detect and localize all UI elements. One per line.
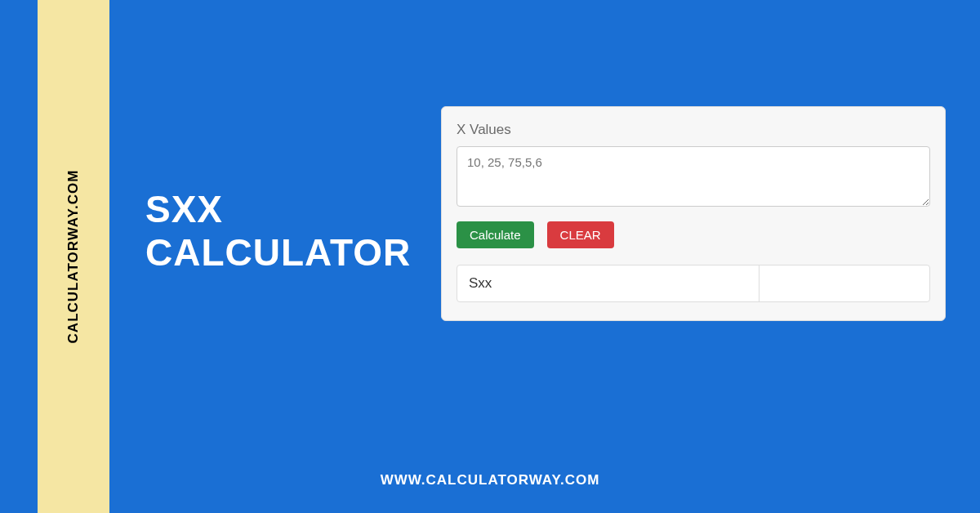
brand-vertical-text: CALCULATORWAY.COM	[65, 170, 82, 344]
x-values-label: X Values	[457, 122, 930, 138]
x-values-input[interactable]	[457, 146, 930, 207]
result-value	[760, 265, 929, 301]
page-title: SXX CALCULATOR	[145, 188, 411, 274]
page-title-line2: CALCULATOR	[145, 231, 411, 274]
brand-vertical-band: CALCULATORWAY.COM	[38, 0, 109, 513]
calculator-panel: X Values Calculate CLEAR Sxx	[441, 106, 946, 321]
calculate-button[interactable]: Calculate	[457, 221, 534, 248]
footer-url: WWW.CALCULATORWAY.COM	[0, 472, 980, 488]
clear-button[interactable]: CLEAR	[547, 221, 614, 248]
button-row: Calculate CLEAR	[457, 221, 930, 248]
result-table: Sxx	[457, 265, 930, 302]
result-label: Sxx	[457, 265, 760, 301]
page-title-line1: SXX	[145, 188, 411, 231]
